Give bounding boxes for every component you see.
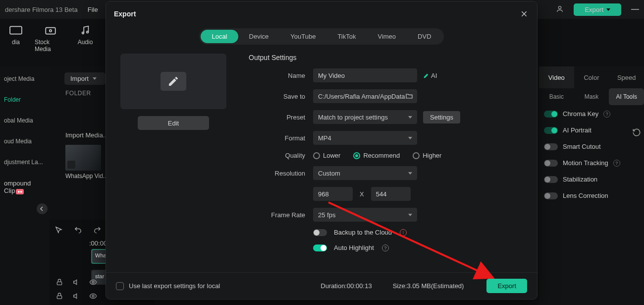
tab-vimeo[interactable]: Vimeo <box>367 30 407 43</box>
menu-file[interactable]: File <box>88 6 98 13</box>
folder-icon[interactable] <box>405 92 413 102</box>
width-input[interactable]: 968 <box>313 187 353 201</box>
size-label: Size:3.05 MB(Estimated) <box>393 282 464 290</box>
eye-icon[interactable] <box>89 278 97 286</box>
chevron-down-icon <box>408 214 412 216</box>
output-heading: Output Settings <box>249 54 525 61</box>
pointer-icon[interactable] <box>54 226 63 234</box>
chevron-down-icon <box>93 77 97 80</box>
left-sidebar: oject Media Folder obal Media oud Media … <box>0 66 50 305</box>
timecode: :00:00 <box>89 240 107 247</box>
tab-tiktok[interactable]: TikTok <box>326 30 367 43</box>
chevron-down-icon <box>606 8 610 11</box>
toggle-portrait[interactable] <box>544 127 558 134</box>
dialog-title: Export <box>114 10 136 18</box>
redo-icon[interactable] <box>93 226 102 234</box>
toggle-lens[interactable] <box>544 192 558 199</box>
help-icon[interactable]: ? <box>382 244 389 251</box>
lock-icon[interactable] <box>55 292 63 300</box>
import-dropdown[interactable]: Import <box>64 72 106 85</box>
svg-point-9 <box>92 281 94 283</box>
sidebar-cloud-media[interactable]: oud Media <box>0 133 50 150</box>
preset-select[interactable]: Match to project settings <box>313 110 417 124</box>
film-icon <box>67 161 75 169</box>
minimize-icon[interactable] <box>631 9 639 10</box>
svg-rect-2 <box>46 28 55 34</box>
properties-panel: Video Color Speed Basic Mask AI Tools Ch… <box>539 66 644 305</box>
svg-point-0 <box>559 6 561 8</box>
mute-icon[interactable] <box>72 292 80 300</box>
settings-button[interactable]: Settings <box>423 111 460 123</box>
svg-point-11 <box>92 295 94 297</box>
export-button[interactable]: Export <box>486 279 527 293</box>
quality-higher[interactable]: Higher <box>413 152 441 159</box>
preview-thumbnail[interactable] <box>120 54 226 109</box>
sidebar-global-media[interactable]: obal Media <box>0 112 50 129</box>
quality-lower[interactable]: Lower <box>313 152 340 159</box>
tab-youtube[interactable]: YouTube <box>279 30 326 43</box>
toggle-chroma[interactable] <box>544 111 558 118</box>
svg-point-4 <box>82 32 84 34</box>
mute-icon[interactable] <box>72 278 80 286</box>
sidebar-adjustment[interactable]: djustment La... <box>0 154 50 171</box>
tab-local[interactable]: Local <box>201 30 238 43</box>
quality-recommend[interactable]: Recommend <box>353 152 400 159</box>
toggle-motion[interactable] <box>544 160 558 167</box>
ai-rename-icon[interactable]: AI <box>423 72 437 79</box>
sidebar-folder[interactable]: Folder <box>0 91 50 108</box>
undo-icon[interactable] <box>74 226 82 234</box>
sidebar-project-media[interactable]: oject Media <box>0 70 50 87</box>
export-dialog: Export Local Device YouTube TikTok Vimeo… <box>106 1 537 299</box>
toggle-stabilization[interactable] <box>544 176 558 183</box>
autohighlight-toggle[interactable] <box>313 244 327 251</box>
svg-rect-8 <box>57 282 61 285</box>
app-title: dershare Filmora 13 Beta <box>5 6 78 13</box>
height-input[interactable]: 544 <box>371 187 411 201</box>
sidebar-compound[interactable]: ompound Clip●● <box>0 175 50 199</box>
subtab-basic[interactable]: Basic <box>539 88 574 105</box>
help-icon[interactable]: ? <box>603 111 610 118</box>
chevron-down-icon <box>408 116 412 119</box>
eye-icon[interactable] <box>89 292 97 300</box>
tab-color[interactable]: Color <box>574 66 609 88</box>
reset-icon[interactable] <box>632 128 641 137</box>
subtab-mask[interactable]: Mask <box>574 88 609 105</box>
tab-dvd[interactable]: DVD <box>407 30 442 43</box>
tool-media[interactable]: dia <box>0 23 32 46</box>
tab-device[interactable]: Device <box>238 30 280 43</box>
warning-icon[interactable]: ! <box>400 229 407 236</box>
chevron-down-icon <box>408 172 412 175</box>
uselast-checkbox[interactable] <box>116 282 124 290</box>
format-select[interactable]: MP4 <box>313 131 417 145</box>
chevron-down-icon <box>408 137 412 139</box>
tab-video[interactable]: Video <box>539 66 574 88</box>
name-input[interactable]: My Video <box>313 68 417 82</box>
toggle-smartcutout[interactable] <box>544 143 558 150</box>
framerate-select[interactable]: 25 fps <box>313 208 417 222</box>
collapse-sidebar-icon[interactable] <box>37 203 48 214</box>
resolution-select[interactable]: Custom <box>313 166 417 180</box>
account-icon[interactable] <box>556 5 564 14</box>
svg-rect-1 <box>10 26 22 34</box>
saveto-input[interactable]: C:/Users/Rafia Aman/AppData <box>313 89 417 103</box>
svg-point-5 <box>87 31 89 33</box>
export-button-top[interactable]: Export <box>574 3 621 16</box>
tool-audio[interactable]: Audio <box>69 23 101 46</box>
duration-label: Duration:00:00:13 <box>321 282 372 290</box>
subtab-ai[interactable]: AI Tools <box>609 88 644 105</box>
edit-button[interactable]: Edit <box>138 116 209 130</box>
svg-point-3 <box>50 30 52 32</box>
export-tabs: Local Device YouTube TikTok Vimeo DVD <box>106 28 537 45</box>
backup-toggle[interactable] <box>313 229 327 236</box>
tool-stock-media[interactable]: Stock Media <box>35 23 66 53</box>
help-icon[interactable]: ? <box>613 160 620 167</box>
pencil-icon <box>161 72 186 91</box>
svg-rect-10 <box>57 296 61 299</box>
tab-speed[interactable]: Speed <box>609 66 644 88</box>
lock-icon[interactable] <box>55 278 63 286</box>
media-thumbnail[interactable] <box>65 145 101 171</box>
close-icon[interactable] <box>519 9 529 19</box>
